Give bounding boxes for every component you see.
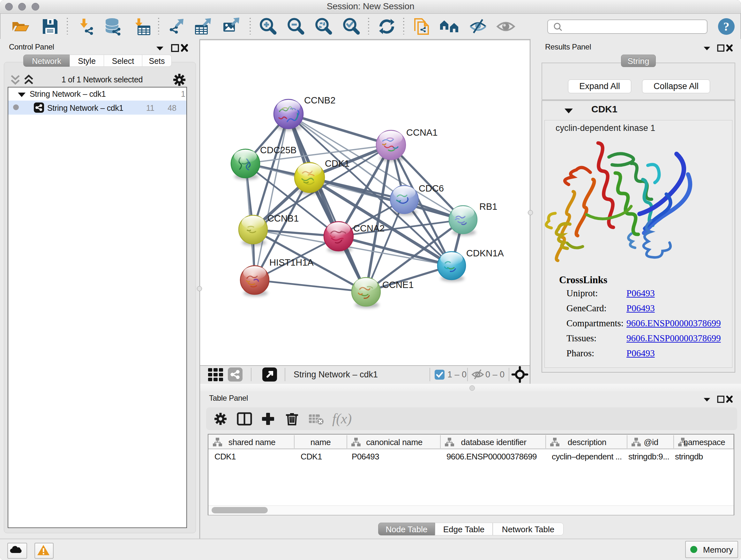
- svg-text:CCNA2: CCNA2: [353, 223, 385, 233]
- svg-text:stringdb: stringdb: [675, 452, 703, 461]
- svg-text:@id: @id: [644, 437, 658, 447]
- svg-text:namespace: namespace: [684, 437, 725, 447]
- svg-text:CCNB1: CCNB1: [267, 213, 299, 224]
- svg-text:CCNE1: CCNE1: [382, 280, 414, 290]
- svg-text:CDK1: CDK1: [214, 452, 236, 461]
- svg-text:description: description: [568, 437, 606, 447]
- svg-text:0 – 0: 0 – 0: [485, 370, 504, 379]
- svg-text:canonical name: canonical name: [366, 437, 422, 447]
- svg-text:CDC6: CDC6: [419, 183, 444, 193]
- svg-text:shared name: shared name: [228, 437, 275, 447]
- svg-text:P06493: P06493: [352, 452, 379, 461]
- svg-text:CCNA1: CCNA1: [406, 127, 437, 138]
- svg-text:database identifier: database identifier: [461, 437, 527, 447]
- svg-text:1 – 0: 1 – 0: [448, 370, 467, 379]
- svg-text:CDK1: CDK1: [300, 452, 322, 461]
- svg-text:name: name: [311, 437, 331, 447]
- svg-text:cyclin–dependent ...: cyclin–dependent ...: [552, 452, 622, 461]
- svg-text:RB1: RB1: [479, 201, 497, 212]
- svg-text:9606.ENSP00000378699: 9606.ENSP00000378699: [447, 452, 537, 461]
- svg-text:CDK1: CDK1: [325, 159, 349, 169]
- svg-text:CDKN1A: CDKN1A: [466, 248, 504, 258]
- svg-text:CCNB2: CCNB2: [304, 95, 335, 105]
- svg-text:stringdb:9...: stringdb:9...: [628, 452, 669, 461]
- svg-text:String Network – cdk1: String Network – cdk1: [293, 370, 378, 379]
- svg-text:HIST1H1A: HIST1H1A: [269, 257, 314, 267]
- svg-text:f(x): f(x): [332, 411, 352, 427]
- svg-text:CDC25B: CDC25B: [260, 145, 296, 155]
